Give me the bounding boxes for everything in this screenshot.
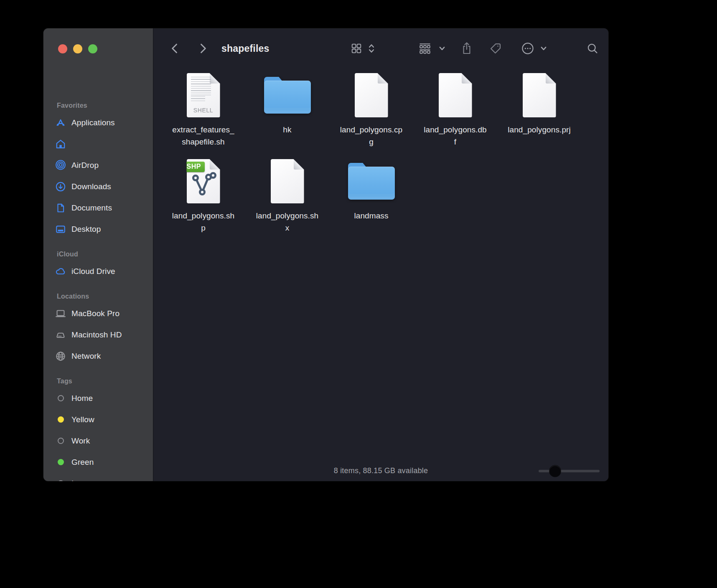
back-button[interactable]: [169, 42, 181, 55]
sidebar-item-label: Applications: [71, 118, 115, 127]
window-title: shapefiles: [221, 43, 270, 54]
slider-knob[interactable]: [549, 466, 561, 477]
status-text: 8 items, 88.15 GB available: [334, 466, 428, 475]
file-land-polygons-prj[interactable]: land_polygons.prj: [497, 68, 581, 155]
sidebar-section-favorites: Favorites: [57, 102, 153, 109]
downloads-icon: [55, 181, 66, 192]
sidebar-item-home[interactable]: [55, 133, 153, 155]
sidebar-item-label: AirDrop: [71, 161, 99, 170]
sidebar-item-tag-important[interactable]: Important: [55, 473, 153, 481]
sidebar-item-label: MacBook Pro: [71, 309, 120, 318]
tag-circle-icon: [55, 436, 66, 446]
forward-button[interactable]: [196, 42, 209, 55]
toolbar: shapefiles: [153, 28, 608, 68]
tag-circle-icon: [55, 457, 66, 468]
file-land-polygons-cpg[interactable]: land_polygons.cp g: [329, 68, 413, 155]
documents-icon: [55, 203, 66, 213]
shp-badge: SHP: [183, 162, 205, 172]
sidebar-item-label: iCloud Drive: [71, 267, 115, 276]
file-label: land_polygons.db f: [424, 124, 487, 148]
folder-landmass[interactable]: landmass: [329, 155, 413, 241]
file-label: extract_features_ shapefile.sh: [172, 124, 234, 148]
appstore-icon: [55, 117, 66, 128]
sidebar-item-label: Yellow: [71, 415, 94, 424]
folder-icon: [348, 163, 395, 200]
file-extract-features-shapefile-sh[interactable]: SHELL extract_features_ shapefile.sh: [161, 68, 245, 155]
folder-icon: [264, 77, 311, 114]
sidebar-item-icloud-drive[interactable]: iCloud Drive: [55, 261, 153, 282]
icon-size-slider[interactable]: [539, 470, 600, 472]
sidebar-item-label: Downloads: [71, 182, 111, 191]
group-by-button[interactable]: [419, 42, 431, 55]
icon-view-button[interactable]: [351, 43, 362, 54]
sidebar-section-locations: Locations: [57, 293, 153, 300]
shell-script-file-icon: SHELL: [187, 73, 220, 117]
sidebar: Favorites Applications A: [43, 28, 153, 481]
file-label: hk: [283, 124, 291, 136]
sidebar-item-label: Network: [71, 352, 101, 361]
sidebar-item-airdrop[interactable]: AirDrop: [55, 155, 153, 176]
status-bar: 8 items, 88.15 GB available: [153, 459, 608, 481]
sidebar-item-label: Work: [71, 436, 90, 446]
more-options-button[interactable]: [521, 42, 534, 55]
sidebar-item-tag-home[interactable]: Home: [55, 388, 153, 409]
tag-circle-icon: [55, 414, 66, 425]
sidebar-item-documents[interactable]: Documents: [55, 197, 153, 218]
group-by-chevron-icon[interactable]: [439, 45, 445, 52]
file-label: land_polygons.sh p: [172, 210, 235, 234]
file-grid: SHELL extract_features_ shapefile.sh hk …: [161, 68, 581, 241]
file-land-polygons-shp[interactable]: SHP land_polygons.sh p: [161, 155, 245, 241]
sidebar-section-icloud: iCloud: [57, 251, 153, 258]
close-button[interactable]: [58, 44, 67, 53]
sidebar-item-label: Home: [71, 394, 93, 403]
file-land-polygons-dbf[interactable]: land_polygons.db f: [413, 68, 497, 155]
file-land-polygons-shx[interactable]: land_polygons.sh x: [245, 155, 329, 241]
shapefile-icon: SHP: [187, 159, 220, 203]
desktop-icon: [55, 224, 66, 235]
polyline-nodes-art: [189, 170, 218, 198]
icloud-icon: [55, 266, 66, 277]
document-file-icon: [355, 73, 388, 117]
document-file-icon: [523, 73, 556, 117]
zoom-button[interactable]: [88, 44, 97, 53]
sidebar-item-tag-yellow[interactable]: Yellow: [55, 409, 153, 430]
airdrop-icon: [55, 160, 66, 171]
folder-hk[interactable]: hk: [245, 68, 329, 155]
sidebar-item-applications[interactable]: Applications: [55, 112, 153, 133]
sidebar-item-label: Important: [71, 479, 105, 482]
finder-window: Favorites Applications A: [43, 28, 608, 481]
view-updown-chevrons-icon[interactable]: [367, 43, 376, 54]
sidebar-item-macbook-pro[interactable]: MacBook Pro: [55, 303, 153, 324]
tag-circle-icon: [55, 393, 66, 404]
sidebar-item-macintosh-hd[interactable]: Macintosh HD: [55, 324, 153, 345]
sidebar-item-tag-work[interactable]: Work: [55, 430, 153, 451]
file-label: landmass: [354, 210, 388, 222]
sidebar-item-label: Desktop: [71, 225, 101, 234]
harddrive-icon: [55, 329, 66, 340]
file-label: land_polygons.sh x: [256, 210, 319, 234]
document-file-icon: [271, 159, 304, 203]
share-button[interactable]: [460, 42, 473, 55]
sidebar-item-network[interactable]: Network: [55, 345, 153, 367]
search-icon[interactable]: [586, 42, 599, 55]
minimize-button[interactable]: [73, 44, 82, 53]
sidebar-section-tags: Tags: [57, 378, 153, 385]
file-label: land_polygons.prj: [508, 124, 571, 136]
globe-icon: [55, 351, 66, 362]
sidebar-item-label: Green: [71, 458, 94, 467]
home-folder-icon: [55, 139, 66, 150]
laptop-icon: [55, 308, 66, 319]
window-controls: [58, 44, 97, 53]
tag-button[interactable]: [489, 42, 502, 55]
content-area: shapefiles: [153, 28, 608, 481]
sidebar-item-label: Macintosh HD: [71, 330, 122, 340]
sidebar-item-tag-green[interactable]: Green: [55, 451, 153, 473]
tag-circle-icon: [55, 478, 66, 482]
sidebar-item-label: Documents: [71, 203, 112, 213]
sidebar-item-desktop[interactable]: Desktop: [55, 218, 153, 240]
more-options-chevron-icon[interactable]: [540, 45, 547, 52]
file-label: land_polygons.cp g: [340, 124, 403, 148]
sidebar-item-downloads[interactable]: Downloads: [55, 176, 153, 197]
document-file-icon: [439, 73, 472, 117]
